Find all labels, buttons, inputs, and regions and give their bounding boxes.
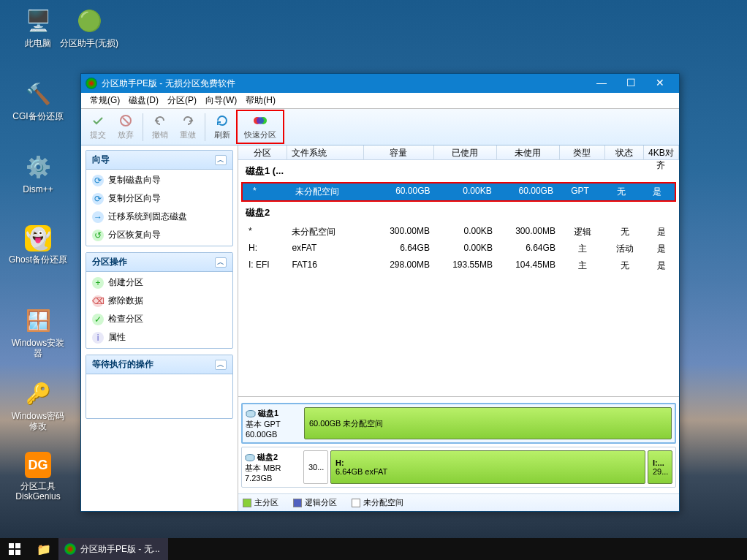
- collapse-icon[interactable]: ︿: [215, 155, 227, 165]
- menu-partition[interactable]: 分区(P): [163, 94, 201, 107]
- wizard-migrate-ssd[interactable]: →迁移系统到固态磁盘: [86, 208, 232, 226]
- table-row[interactable]: *未分配空间300.00MB0.00KB300.00MB逻辑无是: [238, 224, 679, 241]
- wizard-copy-disk[interactable]: ⟳复制磁盘向导: [86, 171, 232, 189]
- taskbar: 📁 分区助手PE版 - 无...: [0, 538, 747, 560]
- main-area: 分区 文件系统 容量 已使用 未使用 类型 状态 4KB对齐 磁盘1 (...*…: [238, 145, 679, 511]
- taskbar-explorer-icon[interactable]: 📁: [29, 538, 58, 560]
- menubar: 常规(G) 磁盘(D) 分区(P) 向导(W) 帮助(H): [81, 93, 679, 109]
- table-row[interactable]: *未分配空间60.00GB0.00KB60.00GBGPT无是: [243, 183, 675, 200]
- desktop-icon-wininstall[interactable]: 🪟Windows安装器: [9, 306, 67, 359]
- legend: 主分区 逻辑分区 未分配空间: [238, 493, 679, 511]
- op-wipe[interactable]: ⌫擦除数据: [86, 292, 232, 310]
- menu-wizard[interactable]: 向导(W): [201, 94, 241, 107]
- undo-button[interactable]: 撤销: [146, 112, 174, 142]
- commit-button[interactable]: 提交: [84, 112, 112, 142]
- disk-group[interactable]: 磁盘2: [238, 202, 679, 224]
- toolbar: 提交 放弃 撤销 重做 刷新 快速分区: [81, 109, 679, 145]
- svg-rect-9: [15, 550, 20, 555]
- refresh-button[interactable]: 刷新: [208, 112, 236, 142]
- op-props[interactable]: i属性: [86, 328, 232, 347]
- partition-bar[interactable]: 60.00GB 未分配空间: [304, 407, 672, 439]
- desktop-icon-ghost[interactable]: 👻Ghost备份还原: [9, 225, 67, 265]
- taskbar-task[interactable]: 分区助手PE版 - 无...: [58, 538, 168, 560]
- disk-map[interactable]: 磁盘2基本 MBR7.23GB30...H:6.64GB exFATI:...2…: [241, 447, 676, 488]
- partition-bar[interactable]: I:...29...: [648, 450, 672, 484]
- quick-partition-button[interactable]: 快速分区: [238, 112, 282, 142]
- op-create[interactable]: +创建分区: [86, 273, 232, 292]
- desktop-icon-computer[interactable]: 🖥️此电脑: [9, 6, 67, 48]
- partition-list[interactable]: 磁盘1 (...*未分配空间60.00GB0.00KB60.00GBGPT无是磁…: [238, 160, 679, 396]
- desktop-icon-winpwd[interactable]: 🔑Windows密码修改: [9, 379, 67, 432]
- desktop-icon-partition[interactable]: 🟢分区助手(无损): [60, 6, 118, 48]
- svg-point-3: [257, 117, 264, 124]
- legend-primary-icon: [243, 499, 251, 507]
- start-button[interactable]: [0, 538, 29, 560]
- window-title: 分区助手PE版 - 无损分区免费软件: [102, 77, 235, 90]
- wizard-copy-partition[interactable]: ⟳复制分区向导: [86, 189, 232, 208]
- titlebar[interactable]: 分区助手PE版 - 无损分区免费软件 — ☐ ✕: [81, 74, 679, 93]
- legend-logical-icon: [293, 499, 302, 507]
- partition-bar[interactable]: H:6.64GB exFAT: [330, 450, 645, 484]
- svg-rect-8: [9, 550, 14, 555]
- disk-map[interactable]: 磁盘1基本 GPT60.00GB60.00GB 未分配空间: [241, 403, 676, 444]
- redo-button[interactable]: 重做: [174, 112, 202, 142]
- collapse-icon[interactable]: ︿: [215, 360, 227, 370]
- table-row[interactable]: H:exFAT6.64GB0.00KB6.64GB主活动是: [238, 241, 679, 257]
- app-icon: [86, 77, 97, 89]
- desktop-icon-cgi[interactable]: 🔨CGI备份还原: [9, 79, 67, 121]
- menu-disk[interactable]: 磁盘(D): [124, 94, 163, 107]
- op-check[interactable]: ✓检查分区: [86, 310, 232, 328]
- disk-group[interactable]: 磁盘1 (...: [238, 160, 679, 182]
- table-header: 分区 文件系统 容量 已使用 未使用 类型 状态 4KB对齐: [238, 145, 679, 160]
- panel-partition-ops: 分区操作︿ +创建分区 ⌫擦除数据 ✓检查分区 i属性: [86, 252, 233, 349]
- close-button[interactable]: ✕: [645, 74, 675, 93]
- svg-rect-7: [15, 543, 20, 548]
- app-window: 分区助手PE版 - 无损分区免费软件 — ☐ ✕ 常规(G) 磁盘(D) 分区(…: [80, 73, 680, 512]
- desktop-icon-dism[interactable]: ⚙️Dism++: [9, 152, 67, 194]
- wizard-recover[interactable]: ↺分区恢复向导: [86, 226, 232, 244]
- disk-maps: 磁盘1基本 GPT60.00GB60.00GB 未分配空间磁盘2基本 MBR7.…: [238, 396, 679, 493]
- minimize-button[interactable]: —: [587, 74, 616, 93]
- menu-general[interactable]: 常规(G): [86, 94, 124, 107]
- panel-pending: 等待执行的操作︿: [86, 355, 233, 419]
- collapse-icon[interactable]: ︿: [215, 257, 227, 268]
- table-row[interactable]: I: EFIFAT16298.00MB193.55MB104.45MB主无是: [238, 257, 679, 274]
- side-panel: 向导︿ ⟳复制磁盘向导 ⟳复制分区向导 →迁移系统到固态磁盘 ↺分区恢复向导 分…: [81, 145, 238, 511]
- svg-rect-6: [9, 543, 14, 548]
- panel-wizard: 向导︿ ⟳复制磁盘向导 ⟳复制分区向导 →迁移系统到固态磁盘 ↺分区恢复向导: [86, 150, 233, 246]
- discard-button[interactable]: 放弃: [112, 112, 140, 142]
- legend-unalloc-icon: [352, 499, 360, 507]
- desktop-icon-diskgenius[interactable]: DG分区工具DiskGenius: [9, 452, 67, 502]
- maximize-button[interactable]: ☐: [616, 74, 645, 93]
- menu-help[interactable]: 帮助(H): [241, 94, 280, 107]
- partition-bar[interactable]: 30...: [303, 450, 328, 484]
